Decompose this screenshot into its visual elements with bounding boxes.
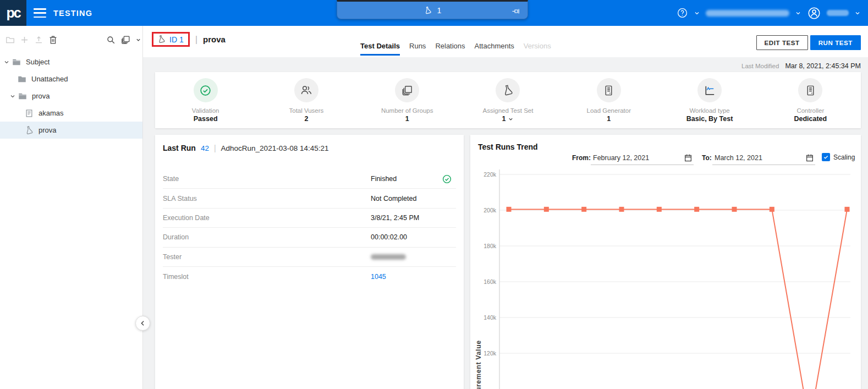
svg-text:120k: 120k	[484, 350, 497, 357]
folder-icon	[17, 74, 27, 84]
table-row-timeslot: Timeslot 1045	[163, 267, 456, 286]
scaling-control: Scaling	[822, 153, 855, 161]
new-folder-button[interactable]	[5, 35, 15, 45]
last-run-card: Last Run 42 | AdhocRun_2021-03-08 14:45:…	[155, 135, 464, 389]
project-chevron-icon[interactable]	[795, 10, 801, 17]
tree-item-label: Unattached	[31, 75, 68, 83]
table-row-duration: Duration 00:00:02.00	[163, 228, 456, 247]
svg-text:200k: 200k	[484, 207, 497, 213]
check-circle-icon	[442, 174, 452, 184]
tree-item-prova-folder[interactable]: prova	[0, 87, 142, 105]
help-icon[interactable]	[677, 7, 688, 19]
tree-item-label: prova	[32, 92, 50, 100]
tree-item-subject[interactable]: Subject	[0, 53, 142, 70]
tree-item-unattached[interactable]: Unattached	[0, 70, 142, 87]
machine-icon	[804, 84, 817, 97]
tab-test-details[interactable]: Test Details	[360, 42, 400, 56]
tree-item-label: akamas	[39, 109, 64, 117]
last-run-table: State Finished SLA Status Not Completed …	[163, 169, 456, 286]
last-run-name: AdhocRun_2021-03-08 14:45:21	[221, 144, 329, 152]
tree-item-akamas[interactable]: akamas	[0, 105, 142, 122]
domain-project-selector[interactable]	[706, 10, 789, 17]
assigned-test-set-value[interactable]: 1	[502, 115, 514, 123]
svg-text:180k: 180k	[484, 243, 497, 249]
tree-item-prova-test[interactable]: prova	[0, 122, 142, 139]
svg-text:220k: 220k	[484, 171, 497, 178]
detail-tabs: Test Details Runs Relations Attachments …	[360, 42, 551, 56]
tab-runs[interactable]: Runs	[409, 42, 426, 56]
svg-text:140k: 140k	[484, 314, 497, 321]
tab-attachments[interactable]: Attachments	[475, 42, 514, 56]
test-id-label[interactable]: ID 1	[169, 35, 184, 44]
content-area: Last Modified Mar 8, 2021, 2:45:34 PM Va…	[143, 57, 868, 389]
sidebar-collapse-button[interactable]	[135, 316, 150, 331]
search-icon[interactable]	[106, 35, 116, 45]
summary-controller: Controller Dedicated	[760, 72, 861, 128]
summary-load-generator: Load Generator 1	[558, 72, 659, 128]
last-modified: Last Modified Mar 8, 2021, 2:45:34 PM	[741, 62, 861, 70]
chevron-left-icon	[139, 320, 146, 327]
last-run-title: Last Run	[163, 144, 196, 152]
test-tree: Subject Unattached prova akamas prova	[0, 53, 142, 139]
tree-toolbar	[0, 26, 142, 53]
hamburger-menu-icon[interactable]	[34, 8, 46, 18]
summary-workload-type: Workload type Basic, By Test	[659, 72, 760, 128]
table-row-sla-status: SLA Status Not Completed	[163, 189, 456, 208]
breadcrumb: ID 1 | prova	[152, 32, 226, 47]
pinned-test-popup[interactable]: 1	[337, 0, 528, 19]
pinned-test-count: 1	[437, 6, 442, 15]
layers-icon[interactable]	[120, 35, 131, 45]
last-run-header: Last Run 42 | AdhocRun_2021-03-08 14:45:…	[163, 144, 456, 152]
annotation-red-box: ID 1	[152, 32, 190, 47]
upload-button[interactable]	[34, 35, 44, 45]
tab-versions: Versions	[524, 42, 551, 56]
tab-relations[interactable]: Relations	[435, 42, 465, 56]
topbar-right-cluster	[677, 0, 861, 26]
summary-number-of-groups: Number of Groups 1	[357, 72, 458, 128]
to-date-input[interactable]: March 12, 2021	[712, 152, 815, 165]
app-logo[interactable]: pc	[0, 0, 26, 26]
pin-icon[interactable]	[511, 7, 520, 16]
calendar-icon[interactable]	[684, 154, 693, 162]
scaling-label: Scaling	[833, 154, 855, 161]
check-circle-icon	[199, 84, 212, 97]
from-label: From:	[572, 154, 591, 162]
module-title: TESTING	[53, 9, 92, 18]
last-run-id-link[interactable]: 42	[201, 144, 209, 152]
test-name-label: prova	[203, 35, 226, 44]
user-chevron-icon[interactable]	[854, 10, 861, 17]
header-actions: EDIT TEST RUN TEST	[756, 35, 861, 50]
scaling-checkbox[interactable]	[822, 153, 830, 161]
add-button[interactable]	[19, 35, 30, 45]
layers-chevron-icon[interactable]	[135, 37, 141, 43]
to-label: To:	[702, 154, 712, 162]
user-icon[interactable]	[807, 6, 821, 20]
svg-text:160k: 160k	[484, 278, 497, 285]
expand-chevron-icon[interactable]	[3, 59, 10, 65]
run-test-button[interactable]: RUN TEST	[810, 35, 861, 50]
folder-icon	[18, 91, 28, 101]
expand-chevron-icon[interactable]	[9, 93, 16, 100]
delete-button[interactable]	[48, 35, 58, 45]
trend-title: Test Runs Trend	[478, 143, 538, 151]
chevron-down-icon	[508, 116, 514, 122]
calendar-icon[interactable]	[805, 154, 814, 162]
tester-redacted-value	[371, 254, 406, 260]
main-header: ID 1 | prova Test Details Runs Relations…	[143, 26, 868, 57]
help-chevron-icon[interactable]	[694, 10, 700, 17]
users-icon	[300, 84, 313, 97]
summary-assigned-test-set: Assigned Test Set 1	[458, 72, 558, 128]
trend-controls: From: February 12, 2021 To: March 12, 20…	[470, 152, 861, 166]
from-date-input[interactable]: February 12, 2021	[591, 152, 694, 165]
trend-chart: 220k200k180k160k140k120kMeasurement Valu…	[470, 165, 861, 389]
test-flask-icon	[501, 83, 516, 98]
timeslot-link[interactable]: 1045	[371, 273, 386, 281]
top-nav-bar: pc TESTING 1	[0, 0, 868, 26]
table-row-execution-date: Execution Date 3/8/21, 2:45 PM	[163, 209, 456, 228]
edit-test-button[interactable]: EDIT TEST	[756, 35, 808, 50]
script-icon	[24, 108, 34, 118]
folder-icon	[12, 57, 21, 67]
table-row-state: State Finished	[163, 169, 456, 189]
test-flask-icon	[23, 124, 35, 136]
test-summary-card: Validation Passed Total Vusers 2 Number …	[155, 72, 861, 128]
